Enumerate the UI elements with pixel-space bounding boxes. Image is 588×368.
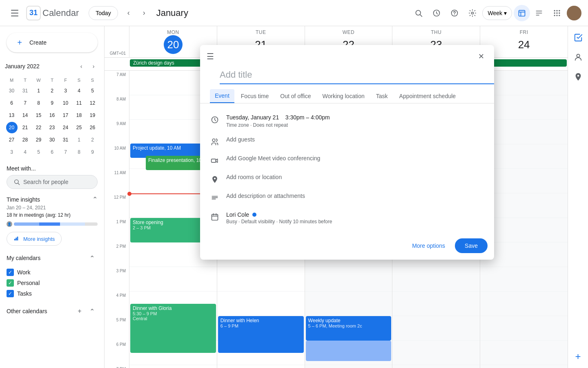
header-icons: Week ▾ [410, 5, 581, 21]
mini-cal-day[interactable]: 7 [60, 146, 71, 158]
mini-cal-day[interactable]: 1 [74, 134, 85, 146]
day-num-fri[interactable]: 24 [514, 35, 533, 54]
day-num-mon[interactable]: 20 [164, 35, 183, 54]
mini-cal-day[interactable]: 5 [87, 85, 98, 96]
checklist-view-button[interactable] [531, 5, 547, 21]
mini-cal-day[interactable]: 19 [87, 110, 98, 121]
mini-cal-day[interactable]: 2 [87, 134, 98, 146]
mini-cal-day[interactable]: 29 [33, 134, 45, 146]
tab-task[interactable]: Task [371, 89, 393, 103]
mini-cal-day[interactable]: 9 [87, 146, 98, 158]
mini-cal-day[interactable]: 9 [47, 97, 58, 109]
event-weekly-update[interactable]: Weekly update 5 – 6 PM, Meeting room 2c [306, 316, 392, 341]
mini-cal-day[interactable]: 2 [47, 85, 58, 96]
google-apps-button[interactable] [549, 5, 565, 21]
tab-event[interactable]: Event [210, 89, 234, 103]
other-calendars-add[interactable]: + [74, 305, 85, 317]
more-insights-button[interactable]: More insights [7, 232, 62, 246]
mini-cal-day[interactable]: 31 [20, 85, 31, 96]
mini-cal-day[interactable]: 18 [74, 110, 85, 121]
mini-cal-day-today[interactable]: 20 [6, 122, 18, 133]
mini-cal-day[interactable]: 3 [6, 146, 18, 158]
tab-out-of-office[interactable]: Out of office [275, 89, 316, 103]
tab-working-location[interactable]: Working location [318, 89, 370, 103]
mini-cal-day[interactable]: 12 [87, 97, 98, 109]
today-button[interactable]: Today [89, 6, 118, 20]
my-calendars-collapse[interactable]: ⌃ [86, 252, 98, 264]
event-title-input[interactable] [220, 66, 494, 84]
mini-cal-day[interactable]: 28 [20, 134, 31, 146]
mini-cal-day[interactable]: 1 [33, 85, 45, 96]
other-calendars-collapse[interactable]: ⌃ [86, 305, 98, 317]
mini-cal-day[interactable]: 30 [6, 85, 18, 96]
view-selector[interactable]: Week ▾ [482, 6, 512, 20]
bar-dot: 👤 [7, 221, 12, 227]
menu-button[interactable] [7, 5, 23, 21]
mini-cal-day[interactable]: 23 [47, 122, 58, 133]
add-meet-field[interactable]: Add Google Meet video conferencing [226, 155, 484, 162]
mini-cal-day[interactable]: 27 [6, 134, 18, 146]
event-dinner-helen[interactable]: Dinner with Helen 6 – 9 PM [218, 316, 304, 353]
prev-arrow[interactable]: ‹ [121, 6, 136, 20]
mini-cal-day[interactable]: 26 [87, 122, 98, 133]
calendar-item-work[interactable]: ✓ Work [7, 267, 98, 278]
mini-cal-prev[interactable]: ‹ [76, 61, 87, 72]
mini-cal-day[interactable]: 6 [6, 97, 18, 109]
right-icon-maps[interactable] [570, 69, 586, 85]
create-button[interactable]: + Create [7, 33, 98, 52]
add-guests-field[interactable]: Add guests [226, 136, 484, 143]
event-title: Weekly update [308, 318, 389, 323]
mini-cal-day[interactable]: 16 [47, 110, 58, 121]
mini-cal-day[interactable]: 6 [47, 146, 58, 158]
mini-cal-day[interactable]: 22 [33, 122, 45, 133]
right-icon-tasks[interactable] [570, 29, 586, 46]
more-options-button[interactable]: More options [407, 239, 450, 252]
mini-cal-day[interactable]: 5 [33, 146, 45, 158]
tab-appointment-schedule[interactable]: Appointment schedule [394, 89, 461, 103]
mini-cal-day[interactable]: 14 [20, 110, 31, 121]
search-button[interactable] [410, 5, 427, 21]
mini-cal-day[interactable]: 15 [33, 110, 45, 121]
help-button[interactable] [446, 5, 463, 21]
add-location-field[interactable]: Add rooms or location [226, 174, 484, 180]
right-sidebar-add[interactable]: + [570, 348, 586, 365]
mini-cal-day[interactable]: 4 [74, 85, 85, 96]
mini-cal-day[interactable]: 13 [6, 110, 18, 121]
settings-button[interactable] [464, 5, 481, 21]
mini-cal-day[interactable]: 10 [60, 97, 71, 109]
mini-cal-day[interactable]: 21 [20, 122, 31, 133]
save-event-button[interactable]: Save [455, 238, 488, 253]
add-description-field[interactable]: Add description or attachments [226, 193, 484, 199]
mini-cal-day[interactable]: 8 [74, 146, 85, 158]
event-unknown[interactable] [306, 341, 392, 361]
meet-section: Meet with... Search for people [0, 165, 104, 192]
mini-cal-day[interactable]: 7 [20, 97, 31, 109]
mini-cal-day[interactable]: 17 [60, 110, 71, 121]
svg-line-19 [18, 183, 20, 185]
mini-cal-day[interactable]: 24 [60, 122, 71, 133]
mini-cal-day[interactable]: 8 [33, 97, 45, 109]
tab-focus-time[interactable]: Focus time [236, 89, 274, 103]
mini-cal-day[interactable]: 11 [74, 97, 85, 109]
mini-cal-day[interactable]: 4 [20, 146, 31, 158]
svg-point-10 [556, 10, 557, 11]
user-avatar[interactable] [567, 6, 581, 20]
mini-cal-day[interactable]: 3 [60, 85, 71, 96]
search-people-input[interactable]: Search for people [7, 175, 98, 189]
right-icon-contacts[interactable] [570, 49, 586, 65]
modal-close-button[interactable]: ✕ [474, 50, 488, 63]
insights-collapse-button[interactable]: ⌃ [92, 195, 98, 203]
event-dinner-gloria[interactable]: Dinner with Gloria 5:30 – 9 PM Central [130, 304, 216, 353]
calendar-item-personal[interactable]: ✓ Personal [7, 278, 98, 288]
calendar-view-button[interactable] [514, 5, 530, 21]
status-button[interactable] [428, 5, 445, 21]
mini-cal-day[interactable]: 31 [60, 134, 71, 146]
mini-cal-day[interactable]: 30 [47, 134, 58, 146]
modal-drag-handle[interactable]: ☰ [207, 52, 214, 61]
next-arrow[interactable]: › [137, 6, 151, 20]
event-datetime[interactable]: Tuesday, January 21 3:30pm – 4:00pm [226, 114, 484, 121]
calendar-item-tasks[interactable]: ✓ Tasks [7, 288, 98, 299]
mini-cal-next[interactable]: › [88, 61, 99, 72]
hamburger-icon [11, 10, 18, 16]
mini-cal-day[interactable]: 25 [74, 122, 85, 133]
